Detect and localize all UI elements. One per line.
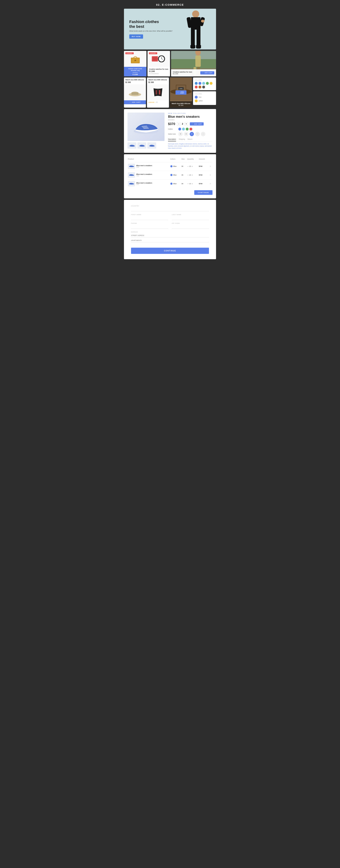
shorts-svg [152, 87, 164, 97]
quantity-decrease-button[interactable]: − [177, 122, 180, 126]
cart-qty-3[interactable]: − 2 + [188, 182, 199, 185]
phone-label: PHONE [131, 222, 168, 224]
color-dot-green[interactable] [206, 82, 209, 85]
cart-row-1: Blue men's sneakers shoe Blue 39 − 2 [128, 162, 212, 170]
bag-sub: SHOES [125, 72, 145, 73]
buy-now-button[interactable]: BUY NOW [129, 34, 143, 39]
first-name-label: FIRST NAME [131, 214, 168, 215]
svg-text:LABEL: LABEL [179, 88, 183, 89]
hat-add-cart-button[interactable]: 🛒 ADD CART [175, 90, 186, 95]
checkout-continue-button[interactable]: CONTINUE [131, 248, 209, 254]
svg-rect-22 [152, 57, 157, 61]
color-dot-dark[interactable] [202, 86, 205, 89]
svg-rect-35 [156, 90, 157, 94]
cart-qty-1[interactable]: − 2 + [188, 165, 199, 168]
street-address-input[interactable] [131, 234, 209, 238]
cart-color-3: Blue [170, 183, 181, 185]
phone-input[interactable] [131, 225, 168, 229]
sandal-add-cart-button[interactable]: 🛒 ADD CART [124, 100, 146, 104]
cart-qty-2[interactable]: − 2 + [188, 174, 199, 177]
watch1-info: Creative watches for man $ 2,540 ACCESOR… [147, 67, 170, 76]
tab-return[interactable]: Return [188, 138, 192, 141]
hat-info: Watch Goa With Silicone $2 500 [170, 101, 192, 107]
svg-rect-21 [161, 62, 162, 62]
product-card-wide: Creative watches for man $ 2,540 🛒 ADD C… [171, 51, 216, 76]
detail-category: shoes [168, 119, 212, 121]
cart-product-info-3: Blue men's sneakers shoe [128, 181, 170, 186]
size-37-button[interactable]: 37 [190, 132, 194, 136]
cart-color-dot-2 [170, 174, 172, 176]
cart-product-name-3: Blue men's sneakers [136, 182, 152, 184]
color-dot-brown[interactable] [199, 86, 201, 89]
cart-qty-decrease-1[interactable]: − [188, 165, 189, 168]
first-name-input[interactable] [131, 216, 168, 220]
product-card-bag: LUXURY Hudson small suede shoulder bag S… [124, 51, 146, 76]
color-option-yellow[interactable]: yellow [195, 99, 214, 102]
cart-continue-button[interactable]: CONTINUE [194, 190, 212, 195]
last-name-row: LAST NAME [172, 214, 209, 220]
cart-qty-increase-1[interactable]: + [192, 165, 193, 168]
product-grid-row1: LUXURY Hudson small suede shoulder bag S… [124, 51, 216, 76]
hat-svg: LABEL [170, 78, 192, 100]
country-input[interactable] [131, 208, 209, 211]
detail-color-green[interactable] [186, 128, 189, 130]
hat-price: $2 500 [171, 104, 191, 106]
cart-remove-2[interactable]: × [210, 174, 211, 177]
color-dot-blue[interactable] [195, 82, 198, 85]
detail-color-red[interactable] [190, 128, 192, 130]
hat-name: Watch Goa With Silicone [171, 103, 191, 104]
detail-add-cart-button[interactable]: 🛒 ADD CART [190, 122, 204, 126]
cart-col-size: Size [181, 158, 187, 162]
cart-qty-decrease-2[interactable]: − [188, 174, 189, 177]
cart-row-3: Blue men's sneakers shoe Blue 39 − 2 [128, 179, 212, 188]
checkout-section: COUNTRY FIRST NAME LAST NAME PHONE ZIP C… [124, 200, 216, 259]
zip-label: ZIP CODE [172, 222, 209, 224]
color-dot-lightblue[interactable] [202, 82, 205, 85]
last-name-input[interactable] [172, 216, 209, 220]
cart-qty-increase-2[interactable]: + [192, 174, 193, 177]
cart-product-sub-2: shoe [136, 175, 152, 177]
quantity-control[interactable]: − 2 + [177, 122, 188, 126]
color-check-yellow [195, 99, 198, 102]
size-36-button[interactable]: 36 [184, 132, 188, 136]
sneaker-main-svg [132, 118, 160, 135]
cart-color-2: Blue [170, 174, 181, 176]
color-dot-indigo[interactable] [199, 82, 201, 85]
detail-collection-label: NEW COLLECTION [168, 113, 212, 114]
quantity-increase-button[interactable]: + [184, 122, 188, 126]
size-39-button[interactable]: 39 [201, 132, 205, 136]
cart-qty-decrease-3[interactable]: − [188, 182, 189, 185]
cart-size-2: 39 [181, 171, 187, 179]
apartment-input[interactable] [131, 239, 209, 242]
country-field-row: COUNTRY [131, 205, 209, 211]
wide-add-cart-button[interactable]: 🛒 ADD CART [200, 71, 214, 74]
hero-subtitle: What trends await us in the new 2016. Wh… [129, 30, 172, 32]
detail-thumb-2[interactable] [137, 142, 146, 149]
country-label: COUNTRY [131, 205, 209, 207]
tab-shipping[interactable]: Shipping [179, 138, 185, 141]
cart-row-2: Blue men's sneakers shoe Blue 39 − 2 [128, 171, 212, 179]
cart-remove-1[interactable]: × [210, 165, 211, 168]
detail-tabs: Description Shipping Return [168, 138, 212, 142]
detail-thumb-3[interactable] [147, 142, 156, 149]
product-card-shorts: Watch Goa With Silicone $1 500 ★★★★☆ 25 [147, 78, 169, 107]
name-fields-row: FIRST NAME LAST NAME [131, 214, 209, 222]
color-dot-yellow[interactable] [210, 82, 212, 85]
cart-remove-3[interactable]: × [210, 182, 211, 185]
cart-amount-3: $740 [199, 179, 209, 188]
zip-input[interactable] [172, 225, 209, 229]
detail-color-blue[interactable] [178, 128, 181, 130]
svg-rect-26 [171, 51, 216, 59]
quantity-value: 2 [182, 123, 183, 125]
size-35-button[interactable]: 35 [178, 132, 182, 136]
address-row: ADRESS [131, 231, 209, 242]
cart-qty-increase-3[interactable]: + [192, 182, 193, 185]
cart-qty-val-2: 2 [190, 174, 191, 176]
size-38-button[interactable]: 38 [195, 132, 200, 136]
detail-thumb-1[interactable] [128, 142, 136, 149]
cart-amount-1: $740 [199, 162, 209, 170]
color-option-blue[interactable]: blue [195, 96, 214, 99]
tab-description[interactable]: Description [168, 138, 176, 141]
detail-color-lightblue[interactable] [182, 128, 185, 130]
color-dot-red[interactable] [195, 86, 198, 89]
